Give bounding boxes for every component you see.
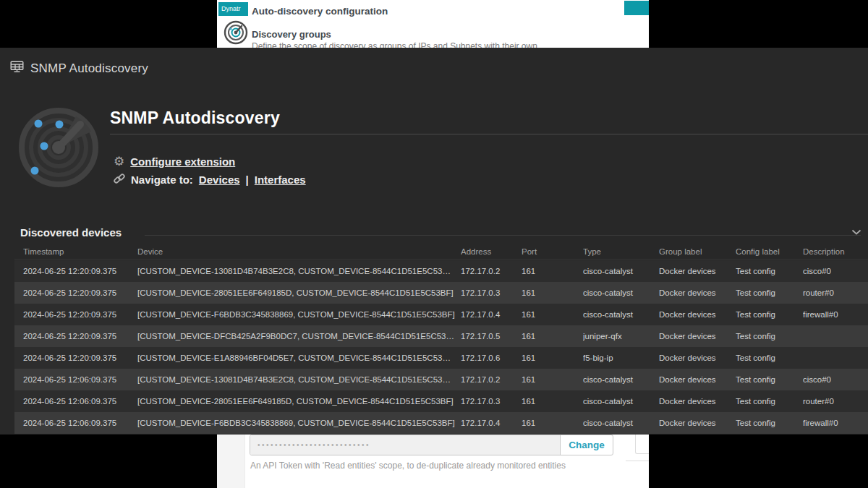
table-row[interactable]: 2024-06-25 12:20:09.375[CUSTOM_DEVICE-E1… <box>14 347 868 369</box>
cell-address: 172.17.0.2 <box>461 267 522 275</box>
link-chain-icon <box>114 173 125 187</box>
overlay-title: Auto-discovery configuration <box>252 6 388 17</box>
api-token-field-group: •••••••••••••••••••••••••• Change <box>250 435 613 455</box>
cell-address: 172.17.0.2 <box>461 375 522 384</box>
overlay-action-button[interactable] <box>624 1 649 15</box>
column-header-type[interactable]: Type <box>583 247 659 256</box>
cell-address: 172.17.0.3 <box>461 288 522 297</box>
cell-timestamp: 2024-06-25 12:20:09.375 <box>23 332 137 341</box>
cell-device: [CUSTOM_DEVICE-28051EE6F649185D, CUSTOM_… <box>137 397 461 406</box>
cell-timestamp: 2024-06-25 12:20:09.375 <box>23 354 137 362</box>
adjacent-field-fragment <box>635 434 649 454</box>
chevron-down-icon[interactable] <box>851 226 861 239</box>
api-token-input[interactable]: •••••••••••••••••••••••••• <box>250 435 561 455</box>
cell-port: 161 <box>522 267 583 275</box>
cell-type: cisco-catalyst <box>583 419 659 427</box>
cell-device: [CUSTOM_DEVICE-F6BDB3C345838869, CUSTOM_… <box>137 310 461 319</box>
device-table-body: 2024-06-25 12:20:09.375[CUSTOM_DEVICE-13… <box>14 260 868 434</box>
cell-description: router#0 <box>803 288 868 297</box>
column-header-config-label[interactable]: Config label <box>736 247 803 256</box>
configure-extension-row: ⚙ Configure extension <box>114 155 235 168</box>
cell-type: cisco-catalyst <box>583 288 659 297</box>
monitor-icon <box>10 61 24 76</box>
cell-type: cisco-catalyst <box>583 397 659 406</box>
table-row[interactable]: 2024-06-25 12:06:09.375[CUSTOM_DEVICE-F6… <box>14 412 868 434</box>
cell-group-label: Docker devices <box>659 354 736 362</box>
cell-type: f5-big-ip <box>583 354 659 362</box>
cell-port: 161 <box>522 397 583 406</box>
cell-timestamp: 2024-06-25 12:20:09.375 <box>23 288 137 297</box>
cell-type: cisco-catalyst <box>583 267 659 275</box>
cell-type: cisco-catalyst <box>583 375 659 384</box>
cell-device: [CUSTOM_DEVICE-28051EE6F649185D, CUSTOM_… <box>137 288 461 297</box>
table-row[interactable]: 2024-06-25 12:20:09.375[CUSTOM_DEVICE-28… <box>14 282 868 304</box>
cell-timestamp: 2024-06-25 12:20:09.375 <box>23 310 137 319</box>
snmp-radar-icon <box>18 107 99 188</box>
cell-port: 161 <box>522 332 583 341</box>
cell-port: 161 <box>522 419 583 427</box>
navigate-devices-link[interactable]: Devices <box>199 174 240 186</box>
cell-port: 161 <box>522 375 583 384</box>
cell-config-label: Test config <box>736 267 803 275</box>
snmp-autodiscovery-page: SNMP Autodiscovery SNMP Autodiscovery ⚙ … <box>0 48 868 435</box>
cell-config-label: Test config <box>736 332 803 341</box>
table-row[interactable]: 2024-06-25 12:20:09.375[CUSTOM_DEVICE-DF… <box>14 325 868 347</box>
cell-address: 172.17.0.5 <box>461 332 522 341</box>
cell-description: firewall#0 <box>803 419 868 427</box>
cell-group-label: Docker devices <box>659 375 736 384</box>
section-divider <box>145 235 861 236</box>
gear-icon: ⚙ <box>114 155 124 168</box>
cell-description: firewall#0 <box>803 310 868 319</box>
cell-description: cisco#0 <box>803 375 868 384</box>
navigate-label: Navigate to: <box>131 174 193 186</box>
table-row[interactable]: 2024-06-25 12:20:09.375[CUSTOM_DEVICE-F6… <box>14 304 868 325</box>
cell-config-label: Test config <box>736 397 803 406</box>
column-header-device[interactable]: Device <box>137 247 461 256</box>
cell-address: 172.17.0.4 <box>461 419 522 427</box>
navigate-interfaces-link[interactable]: Interfaces <box>255 174 306 186</box>
cell-type: juniper-qfx <box>583 332 659 341</box>
table-row[interactable]: 2024-06-25 12:20:09.375[CUSTOM_DEVICE-13… <box>14 260 868 282</box>
column-header-timestamp[interactable]: Timestamp <box>23 247 137 256</box>
configure-extension-link[interactable]: Configure extension <box>130 155 235 168</box>
column-header-port[interactable]: Port <box>522 247 583 256</box>
discovery-groups-title: Discovery groups <box>252 29 331 40</box>
cell-config-label: Test config <box>736 375 803 384</box>
table-header-row: Timestamp Device Address Port Type Group… <box>14 244 868 260</box>
cell-device: [CUSTOM_DEVICE-F6BDB3C345838869, CUSTOM_… <box>137 419 461 427</box>
cell-address: 172.17.0.6 <box>461 354 522 362</box>
cell-description: router#0 <box>803 397 868 406</box>
cell-device: [CUSTOM_DEVICE-E1A88946BF04D5E7, CUSTOM_… <box>137 354 461 362</box>
cell-address: 172.17.0.3 <box>461 397 522 406</box>
cell-config-label: Test config <box>736 310 803 319</box>
cell-timestamp: 2024-06-25 12:06:09.375 <box>23 397 137 406</box>
navigate-row: Navigate to: Devices | Interfaces <box>114 173 306 187</box>
cell-device: [CUSTOM_DEVICE-13081D4B74B3E2C8, CUSTOM_… <box>137 375 461 384</box>
cell-group-label: Docker devices <box>659 419 736 427</box>
cell-port: 161 <box>522 354 583 362</box>
discovered-devices-title: Discovered devices <box>20 226 122 239</box>
cell-group-label: Docker devices <box>659 397 736 406</box>
change-token-button[interactable]: Change <box>561 435 613 455</box>
adjacent-divider-fragment <box>626 461 649 461</box>
cell-port: 161 <box>522 288 583 297</box>
cell-config-label: Test config <box>736 419 803 427</box>
page-title: SNMP Autodiscovery <box>110 108 280 128</box>
cell-config-label: Test config <box>736 354 803 362</box>
api-token-helper-text: An API Token with 'Read entities' scope,… <box>250 461 566 471</box>
cell-description: cisco#0 <box>803 267 868 275</box>
cell-group-label: Docker devices <box>659 267 736 275</box>
table-row[interactable]: 2024-06-25 12:06:09.375[CUSTOM_DEVICE-28… <box>14 390 868 412</box>
table-row[interactable]: 2024-06-25 12:06:09.375[CUSTOM_DEVICE-13… <box>14 369 868 390</box>
cell-group-label: Docker devices <box>659 332 736 341</box>
cell-timestamp: 2024-06-25 12:06:09.375 <box>23 419 137 427</box>
cell-config-label: Test config <box>736 288 803 297</box>
column-header-address[interactable]: Address <box>461 247 522 256</box>
breadcrumb: SNMP Autodiscovery <box>10 61 148 76</box>
column-header-description[interactable]: Description <box>803 247 868 256</box>
column-header-group-label[interactable]: Group label <box>659 247 736 256</box>
cell-port: 161 <box>522 310 583 319</box>
cell-type: cisco-catalyst <box>583 310 659 319</box>
settings-left-gutter <box>217 435 245 488</box>
cell-timestamp: 2024-06-25 12:20:09.375 <box>23 267 137 275</box>
